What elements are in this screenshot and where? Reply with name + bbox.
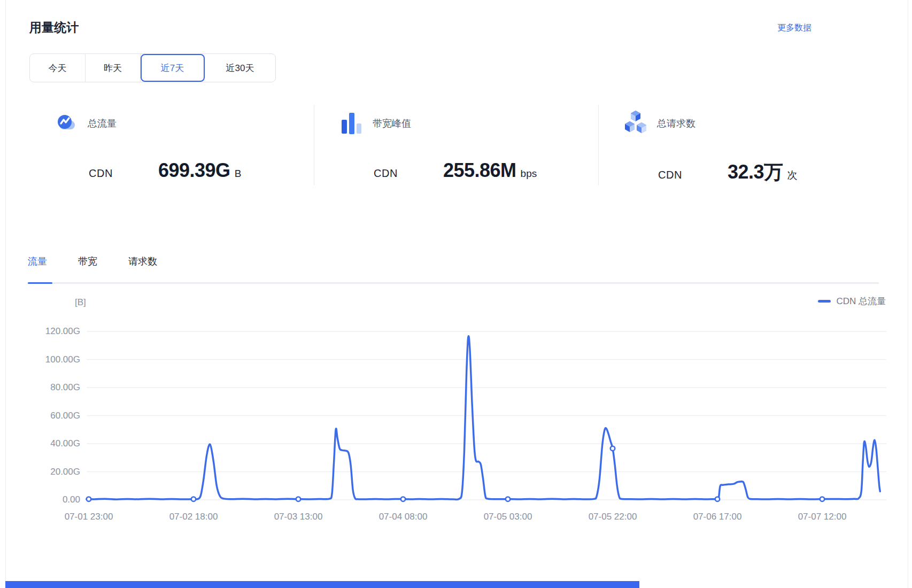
x-axis-tick-label: 07-05 03:00	[470, 512, 545, 522]
stat-product-name: CDN	[89, 167, 158, 180]
x-axis-tick-label: 07-05 22:00	[575, 512, 650, 522]
stat-card-2: 总请求数CDN32.3万次	[598, 105, 883, 185]
traffic-line-series	[87, 336, 880, 500]
stat-card-0: 总流量CDN699.39GB	[29, 105, 314, 185]
y-axis-tick-label: 80.00G	[0, 382, 80, 393]
x-axis-tick-label: 07-07 12:00	[785, 512, 860, 522]
data-point-marker[interactable]	[715, 497, 720, 501]
page-title: 用量统计	[29, 19, 79, 36]
range-tab-1[interactable]: 昨天	[86, 54, 141, 82]
traffic-chart: [B] CDN 总流量 120.00G100.00G80.00G60.00G40…	[0, 289, 912, 535]
stat-unit: B	[235, 168, 242, 180]
stat-unit: 次	[787, 168, 798, 182]
metric-tab-0[interactable]: 流量	[28, 255, 47, 273]
stat-value-row: CDN255.86Mbps	[374, 159, 598, 182]
stats-summary: 总流量CDN699.39GB带宽峰值CDN255.86Mbps总请求数CDN32…	[29, 105, 885, 185]
stat-card-head: 带宽峰值	[338, 110, 598, 137]
x-axis-tick-label: 07-01 23:00	[51, 512, 126, 522]
x-axis-tick-label: 07-04 08:00	[366, 512, 440, 522]
active-tab-underline	[28, 282, 52, 284]
date-range-tabs: 今天昨天近7天近30天	[29, 53, 276, 82]
stat-product-name: CDN	[658, 169, 728, 181]
y-axis-tick-label: 0.00	[0, 494, 80, 505]
requests-cubes-icon	[623, 110, 648, 137]
stat-unit: bps	[521, 168, 537, 180]
data-point-marker[interactable]	[401, 497, 405, 501]
more-data-link[interactable]: 更多数据	[777, 22, 811, 34]
y-axis-tick-label: 20.00G	[0, 467, 80, 477]
data-point-marker[interactable]	[191, 497, 196, 501]
stat-value: 32.3万	[728, 159, 783, 185]
y-axis-tick-label: 60.00G	[0, 411, 80, 421]
range-tab-3[interactable]: 近30天	[205, 54, 275, 82]
stat-value-row: CDN699.39GB	[89, 159, 314, 182]
stat-label: 总请求数	[657, 117, 695, 130]
y-axis-tick-label: 40.00G	[0, 438, 80, 449]
metric-tabs: 流量带宽请求数	[28, 255, 157, 273]
data-point-marker[interactable]	[610, 446, 615, 451]
metric-tab-2[interactable]: 请求数	[128, 255, 157, 273]
bandwidth-bars-icon	[338, 110, 364, 137]
x-axis-tick-label: 07-02 18:00	[156, 512, 231, 522]
data-point-marker[interactable]	[87, 497, 91, 501]
stat-value: 255.86M	[443, 159, 516, 182]
x-axis-tick-label: 07-06 17:00	[680, 512, 755, 522]
data-point-marker[interactable]	[820, 497, 824, 501]
data-point-marker[interactable]	[506, 497, 510, 501]
x-axis-tick-label: 07-03 13:00	[261, 512, 336, 522]
metric-tab-1[interactable]: 带宽	[78, 255, 97, 273]
tabs-divider	[28, 282, 879, 284]
stat-card-1: 带宽峰值CDN255.86Mbps	[314, 105, 598, 185]
stat-value-row: CDN32.3万次	[658, 159, 883, 185]
y-axis-tick-label: 100.00G	[0, 354, 80, 365]
line-chart-canvas[interactable]	[0, 289, 912, 535]
stat-label: 带宽峰值	[373, 117, 411, 130]
data-point-marker[interactable]	[296, 497, 300, 501]
bottom-blue-bar	[5, 581, 639, 588]
range-tab-0[interactable]: 今天	[30, 54, 86, 82]
y-axis-tick-label: 120.00G	[0, 326, 80, 337]
stat-card-head: 总请求数	[623, 110, 883, 137]
cloud-traffic-icon	[53, 110, 79, 137]
stat-card-head: 总流量	[53, 110, 314, 137]
stat-product-name: CDN	[374, 167, 443, 180]
stat-value: 699.39G	[158, 159, 230, 182]
range-tab-2[interactable]: 近7天	[141, 54, 205, 82]
stat-label: 总流量	[88, 117, 117, 130]
